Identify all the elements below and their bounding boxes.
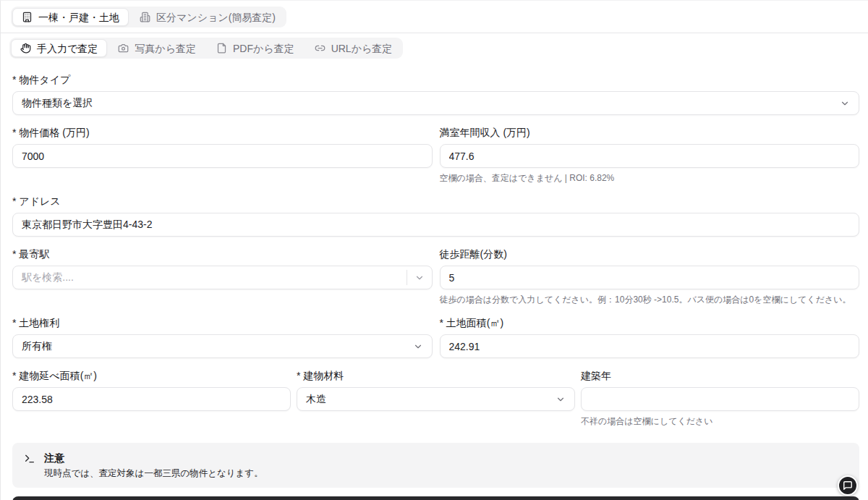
chat-bubble-icon [843,480,853,491]
link-icon [315,43,326,54]
file-icon [216,43,227,54]
tab-manual-input[interactable]: 手入力で査定 [11,39,107,57]
building-material-label: * 建物材料 [297,370,575,382]
field-land-area: * 土地面積(㎡) [440,317,860,358]
row-building: * 建物延べ面積(㎡) * 建物材料 木造 建築年 不祥の場合は空欄にしてくださ… [12,370,859,427]
station-label: * 最寄駅 [12,248,433,260]
camera-icon [118,43,129,54]
row-station-walk: * 最寄駅 駅を検索.... 徒歩距離(分数) 徒歩の場合は分数で入力してくださ… [12,248,859,305]
assessment-method-tabs: 手入力で査定 写真から査定 PDFから査定 URLから査定 [9,38,403,59]
field-built-year: 建築年 不祥の場合は空欄にしてください [581,370,859,427]
tab-from-url[interactable]: URLから査定 [305,39,402,57]
walk-label: 徒歩距離(分数) [440,248,860,260]
building-icon [22,12,33,22]
land-rights-select[interactable]: 所有権 [12,334,433,358]
tab-label: PDFから査定 [233,43,294,54]
income-label: 満室年間収入 (万円) [440,127,860,139]
field-address: * アドレス [12,195,859,237]
income-input[interactable] [440,144,860,168]
field-station: * 最寄駅 駅を検索.... [12,248,433,305]
tab-from-pdf[interactable]: PDFから査定 [207,39,304,57]
chevron-down-icon [556,394,566,404]
address-label: * アドレス [12,195,859,208]
land-area-label: * 土地面積(㎡) [440,317,860,329]
built-year-label: 建築年 [581,370,859,382]
income-helper: 空欄の場合、査定はできません | ROI: 6.82% [440,173,860,184]
field-building-area: * 建物延べ面積(㎡) [12,370,291,427]
tab-building-house-land[interactable]: 一棟・戸建・土地 [12,8,129,26]
top-bar: 一棟・戸建・土地 区分マンション(簡易査定) [1,1,868,27]
tab-label: 写真から査定 [135,43,196,54]
notice-box: 注意 現時点では、査定対象は一都三県の物件となります。 [12,443,859,488]
field-building-material: * 建物材料 木造 [297,370,575,427]
chevron-down-icon [413,342,423,352]
built-year-helper: 不祥の場合は空欄にしてください [581,416,859,427]
notice-content: 注意 現時点では、査定対象は一都三県の物件となります。 [44,452,263,479]
walk-helper: 徒歩の場合は分数で入力してください。例：10分30秒 ->10.5。バス便の場合… [440,295,860,305]
hand-icon [20,43,31,54]
notice-title: 注意 [44,452,263,465]
field-income: 満室年間収入 (万円) 空欄の場合、査定はできません | ROI: 6.82% [440,127,860,184]
method-bar: 手入力で査定 写真から査定 PDFから査定 URLから査定 [1,33,868,59]
price-input[interactable] [12,144,433,168]
land-rights-value: 所有権 [22,340,52,353]
chat-widget-button[interactable] [838,475,858,496]
tab-label: 区分マンション(簡易査定) [156,12,276,22]
property-type-select[interactable]: 物件種類を選択 [12,91,859,115]
tab-label: 一棟・戸建・土地 [38,12,119,22]
station-combobox[interactable]: 駅を検索.... [12,266,433,289]
walk-input[interactable] [440,266,860,289]
chevron-down-icon [840,98,850,109]
property-type-value: 物件種類を選択 [22,97,93,110]
notice-body: 現時点では、査定対象は一都三県の物件となります。 [44,467,263,479]
building2-icon [140,12,150,22]
building-material-select[interactable]: 木造 [297,387,575,411]
tab-label: 手入力で査定 [37,43,98,54]
tab-from-photo[interactable]: 写真から査定 [109,39,205,57]
building-area-input[interactable] [12,387,291,411]
chevron-down-icon[interactable] [407,273,432,283]
row-land: * 土地権利 所有権 * 土地面積(㎡) [12,317,859,358]
land-rights-label: * 土地権利 [12,317,433,329]
field-price: * 物件価格 (万円) [12,127,433,184]
field-walk-distance: 徒歩距離(分数) 徒歩の場合は分数で入力してください。例：10分30秒 ->10… [440,248,860,305]
land-area-input[interactable] [440,334,860,358]
terminal-icon [24,453,35,465]
property-type-label: * 物件タイプ [12,74,859,86]
property-category-tabs: 一棟・戸建・土地 区分マンション(簡易査定) [11,7,286,27]
field-property-type: * 物件タイプ 物件種類を選択 [12,74,859,115]
row-price-income: * 物件価格 (万円) 満室年間収入 (万円) 空欄の場合、査定はできません |… [12,127,859,184]
address-input[interactable] [12,213,859,237]
price-label: * 物件価格 (万円) [12,127,433,139]
built-year-input[interactable] [581,387,859,411]
submit-button[interactable]: 確定 [12,496,859,500]
appraisal-form: * 物件タイプ 物件種類を選択 * 物件価格 (万円) 満室年間収入 (万円) … [1,59,868,500]
building-material-value: 木造 [306,393,326,406]
tab-condo-simple-assessment[interactable]: 区分マンション(簡易査定) [130,8,285,26]
building-area-label: * 建物延べ面積(㎡) [12,370,291,382]
field-land-rights: * 土地権利 所有権 [12,317,433,358]
station-placeholder: 駅を検索.... [22,271,407,284]
tab-label: URLから査定 [331,43,393,54]
